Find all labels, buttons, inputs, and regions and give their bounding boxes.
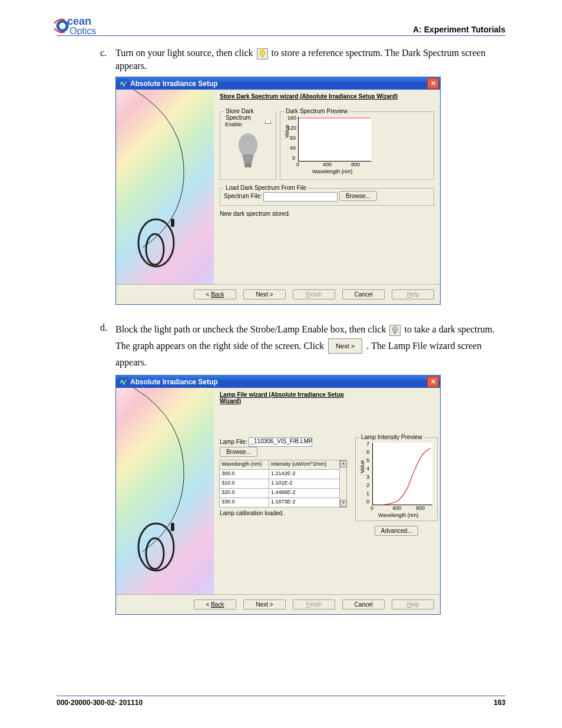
table-cell[interactable]: 310.0: [219, 479, 269, 489]
lamp-table: Wavelength (nm) Intensity (uW/cm^2/nm) ▴…: [220, 460, 347, 508]
advanced-button[interactable]: Advanced...: [375, 526, 419, 536]
table-cell[interactable]: 1.1873E-2: [269, 498, 340, 508]
step-d: d. Block the light path or uncheck the S…: [100, 321, 505, 370]
cancel-button[interactable]: Cancel: [342, 289, 385, 299]
table-scrollbar[interactable]: ▴ ▾: [339, 460, 347, 508]
svg-rect-10: [394, 332, 396, 334]
svg-point-9: [393, 327, 398, 332]
sds-legend: Store Dark Spectrum: [224, 108, 276, 121]
lightbulb-grey-icon: [389, 325, 401, 336]
scroll-up-icon[interactable]: ▴: [340, 460, 347, 467]
close-icon[interactable]: ✕: [427, 78, 439, 89]
lamp-preview-box: Lamp Intensity Preview Value 7 6 5 4 3 2…: [355, 437, 438, 521]
dark-preview-box: Dark Spectrum Preview Value 160 120 80 4…: [280, 111, 434, 180]
chart1-xlabel: Wavelength (nm): [312, 169, 352, 174]
svg-rect-1: [261, 55, 263, 57]
spectrum-file-input[interactable]: [263, 192, 338, 202]
cancel-button[interactable]: Cancel: [342, 599, 385, 610]
back-button[interactable]: < Back: [194, 599, 236, 610]
step-c: c. Turn on your light source, then click…: [100, 47, 505, 72]
help-button: Help: [392, 289, 434, 299]
chart2-ytick: 2: [366, 482, 369, 488]
step-c-text-before: Turn on your light source, then click: [115, 48, 256, 58]
store-dark-spectrum-box: Store Dark Spectrum Strobe/Lamp Enable:: [220, 111, 276, 180]
svg-rect-5: [171, 219, 174, 227]
bulb-grey-icon[interactable]: [225, 131, 271, 172]
browse-button[interactable]: Browse...: [220, 447, 257, 457]
table-cell[interactable]: 320.0: [219, 488, 269, 498]
next-button[interactable]: Next >: [243, 599, 286, 610]
chart1-ytick: 160: [287, 115, 296, 121]
table-cell[interactable]: 330.0: [219, 498, 269, 508]
app-icon: [118, 79, 128, 88]
close-icon[interactable]: ✕: [427, 376, 439, 387]
logo-line2: Optics: [70, 26, 96, 36]
wizard-lamp-file: Absolute Irradiance Setup ✕: [115, 375, 441, 615]
wizard1-titlebar[interactable]: Absolute Irradiance Setup ✕: [116, 77, 440, 90]
svg-rect-7: [244, 163, 252, 167]
chart1-ytick: 40: [290, 145, 296, 151]
step-c-label: c.: [100, 47, 115, 72]
header-rule: cean Optics A: Experiment Tutorials: [57, 35, 505, 36]
chart2-ytick: 6: [366, 449, 369, 455]
inline-next-button: Next >: [328, 338, 362, 354]
wizard2-sidebar-graphic: [116, 388, 214, 594]
table-cell[interactable]: 1.2142E-2: [269, 469, 340, 479]
dark-preview-chart: Value 160 120 80 40 0: [285, 116, 373, 174]
chart2-ytick: 1: [366, 490, 369, 496]
browse-button[interactable]: Browse...: [339, 191, 377, 201]
load-legend: Load Dark Spectrum From File: [224, 185, 308, 191]
scroll-down-icon[interactable]: ▾: [340, 500, 347, 507]
footer-docnum: 000-20000-300-02- 201110: [57, 699, 143, 707]
table-cell[interactable]: 1.4486E-2: [269, 488, 340, 498]
lightbulb-yellow-icon: [257, 48, 268, 60]
wizard1-title: Absolute Irradiance Setup: [130, 80, 427, 88]
wizard1-sidebar-graphic: [116, 90, 214, 284]
wizard-dark-spectrum: Absolute Irradiance Setup ✕ Store D: [115, 77, 441, 305]
chart2-ytick: 3: [366, 474, 369, 480]
app-icon: [118, 377, 128, 387]
chart1-xtick: 800: [351, 162, 360, 167]
wizard1-status: New dark spectrum stored.: [220, 210, 434, 217]
finish-button: Finish: [293, 289, 335, 299]
logo-line1: cean: [67, 15, 91, 27]
chart2-xtick: 400: [392, 505, 401, 511]
chart1-ytick: 80: [290, 135, 296, 141]
chart2-ylabel: Value: [359, 460, 365, 473]
svg-point-0: [260, 50, 265, 56]
chart1-ytick: 0: [292, 155, 295, 161]
chart2-xtick: 800: [416, 505, 425, 511]
next-button[interactable]: Next >: [243, 289, 286, 299]
lamp-file-label: Lamp File:: [220, 439, 247, 445]
svg-rect-14: [171, 523, 174, 531]
step-d-label: d.: [100, 321, 115, 370]
lamp-preview-legend: Lamp Intensity Preview: [359, 434, 424, 440]
svg-point-3: [138, 219, 174, 266]
th-intensity: Intensity (uW/cm^2/nm): [269, 460, 340, 470]
dark-preview-legend: Dark Spectrum Preview: [284, 108, 349, 114]
spectrum-file-label: Spectrum File:: [224, 193, 262, 199]
table-cell[interactable]: 300.0: [219, 469, 269, 479]
svg-point-6: [239, 133, 257, 157]
table-cell[interactable]: 1.101E-2: [269, 479, 340, 489]
back-button[interactable]: < Back: [194, 289, 236, 299]
chart2-xtick: 0: [371, 505, 373, 511]
wizard1-subtitle: Store Dark Spectrum wizard (Absolute Irr…: [220, 93, 434, 100]
chart2-xlabel: Wavelength (nm): [378, 512, 418, 518]
svg-point-12: [138, 523, 174, 571]
lamp-preview-chart: Value 7 6 5 4 3 2 1 0: [361, 442, 435, 518]
finish-button: Finish: [293, 599, 335, 610]
footer-page: 163: [494, 699, 505, 707]
chart2-ytick: 5: [366, 457, 369, 463]
section-header: A: Experiment Tutorials: [413, 25, 505, 34]
brand-logo: cean Optics: [51, 13, 115, 41]
wizard2-titlebar[interactable]: Absolute Irradiance Setup ✕: [116, 375, 440, 388]
help-button: Help: [392, 599, 434, 610]
wizard2-title: Absolute Irradiance Setup: [130, 378, 427, 386]
wizard2-subtitle: Lamp File wizard (Absolute Irradiance Se…: [220, 391, 347, 404]
step-d-t1: Block the light path or uncheck the Stro…: [115, 324, 388, 334]
lamp-file-input[interactable]: _110306_VIS_FIB.LMP: [249, 437, 312, 447]
th-wavelength: Wavelength (nm): [219, 460, 269, 470]
svg-point-13: [146, 538, 164, 569]
svg-point-4: [146, 234, 164, 265]
